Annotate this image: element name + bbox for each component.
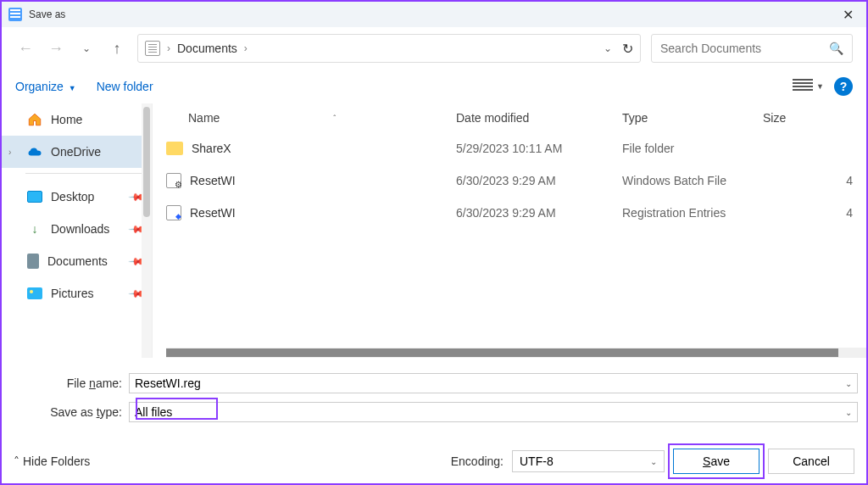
nav-bar: ← → ⌄ ↑ › Documents › ⌄ ↻ 🔍 [2, 27, 866, 70]
sidebar-label: Desktop [51, 190, 94, 203]
address-bar[interactable]: › Documents › ⌄ ↻ [137, 34, 641, 63]
saveastype-value: All files [135, 405, 172, 419]
close-button[interactable]: ✕ [836, 3, 860, 26]
chevron-right-icon: › [167, 42, 170, 54]
documents-icon [27, 254, 39, 269]
encoding-dropdown[interactable]: UTF-8 ⌄ [512, 450, 665, 472]
sidebar-item-downloads[interactable]: ↓ Downloads 📌 [2, 213, 152, 245]
filename-label: File name: [10, 376, 129, 390]
sidebar-label: Home [51, 113, 82, 126]
refresh-icon[interactable]: ↻ [622, 41, 633, 57]
sidebar-item-onedrive[interactable]: › OneDrive [2, 136, 152, 168]
sidebar-label: Documents [47, 254, 108, 268]
sidebar: Home › OneDrive Desktop 📌 ↓ Downloads 📌 … [2, 103, 153, 358]
sidebar-scrollbar[interactable] [142, 103, 152, 358]
sidebar-divider [25, 173, 142, 174]
folder-icon [166, 142, 183, 155]
titlebar: Save as ✕ [2, 2, 866, 27]
cloud-icon [27, 144, 42, 159]
column-header-size[interactable]: Size [763, 111, 860, 125]
file-date: 6/30/2023 9:29 AM [456, 206, 622, 220]
chevron-right-icon: › [244, 42, 248, 54]
file-row[interactable]: ResetWI6/30/2023 9:29 AMRegistration Ent… [153, 197, 866, 229]
organize-button[interactable]: Organize ▼ [15, 80, 76, 93]
file-type: File folder [622, 142, 763, 155]
addr-dropdown-icon[interactable]: ⌄ [604, 42, 612, 54]
encoding-value: UTF-8 [520, 454, 554, 468]
sidebar-label: OneDrive [51, 145, 101, 159]
file-name: ResetWI [190, 206, 236, 220]
file-date: 5/29/2023 10:11 AM [456, 142, 622, 155]
sidebar-item-desktop[interactable]: Desktop 📌 [2, 181, 152, 213]
desktop-icon [27, 191, 42, 203]
file-size: 4 [763, 174, 860, 187]
sort-indicator-icon: ˆ [333, 114, 336, 122]
file-name: ShareX [192, 142, 231, 155]
column-header-date[interactable]: Date modified [456, 111, 622, 125]
documents-folder-icon [145, 41, 160, 56]
bat-icon [166, 173, 181, 188]
column-header-type[interactable]: Type [622, 111, 763, 125]
file-row[interactable]: ResetWI6/30/2023 9:29 AMWindows Batch Fi… [153, 164, 866, 197]
sidebar-item-pictures[interactable]: Pictures 📌 [2, 277, 152, 309]
sidebar-label: Downloads [51, 222, 109, 236]
list-view-icon [793, 79, 813, 94]
filename-input[interactable]: ResetWI.reg ⌄ [129, 373, 858, 393]
recent-dropdown[interactable]: ⌄ [76, 38, 97, 59]
cancel-button[interactable]: Cancel [768, 449, 854, 474]
file-name: ResetWI [190, 174, 236, 187]
new-folder-button[interactable]: New folder [97, 80, 153, 93]
file-list-pane: Nameˆ Date modified Type Size ShareX5/29… [153, 103, 866, 358]
notepad-icon [8, 8, 22, 21]
sidebar-label: Pictures [51, 287, 94, 300]
scrollbar-thumb[interactable] [166, 348, 838, 357]
pictures-icon [27, 287, 42, 299]
saveastype-dropdown[interactable]: All files ⌄ [129, 402, 858, 422]
file-type: Windows Batch File [622, 174, 763, 187]
hide-folders-button[interactable]: ˄Hide Folders [14, 454, 90, 468]
chevron-right-icon: › [8, 148, 11, 157]
search-box[interactable]: 🔍 [651, 34, 853, 63]
help-icon[interactable]: ? [834, 77, 853, 96]
breadcrumb-documents[interactable]: Documents [177, 42, 237, 55]
bottom-bar: ˄Hide Folders Encoding: UTF-8 ⌄ Save Can… [2, 439, 866, 483]
saveastype-label: Save as type: [10, 405, 129, 419]
search-input[interactable] [660, 42, 829, 55]
horizontal-scrollbar[interactable] [166, 348, 866, 358]
save-button[interactable]: Save [673, 449, 760, 474]
search-icon[interactable]: 🔍 [829, 42, 843, 55]
dropdown-caret-icon[interactable]: ⌄ [845, 379, 852, 388]
download-icon: ↓ [27, 221, 42, 237]
chevron-up-icon: ˄ [14, 454, 19, 468]
input-area: File name: ResetWI.reg ⌄ Save as type: A… [2, 358, 866, 432]
home-icon [27, 112, 42, 127]
filename-value: ResetWI.reg [135, 376, 201, 390]
window-title: Save as [29, 8, 836, 20]
dropdown-caret-icon[interactable]: ⌄ [845, 408, 852, 417]
reg-icon [166, 205, 181, 220]
back-button[interactable]: ← [15, 38, 36, 59]
up-button[interactable]: ↑ [107, 38, 127, 59]
sidebar-item-documents[interactable]: Documents 📌 [2, 245, 152, 277]
file-row[interactable]: ShareX5/29/2023 10:11 AMFile folder [153, 132, 866, 164]
file-type: Registration Entries [622, 206, 763, 220]
scrollbar-thumb[interactable] [143, 107, 150, 217]
forward-button[interactable]: → [46, 38, 66, 59]
column-header-name[interactable]: Nameˆ [159, 111, 456, 125]
file-size: 4 [763, 206, 860, 220]
sidebar-item-home[interactable]: Home [2, 103, 152, 136]
toolbar: Organize ▼ New folder ▼ ? [2, 70, 866, 103]
file-date: 6/30/2023 9:29 AM [456, 174, 622, 187]
encoding-label: Encoding: [451, 454, 504, 468]
column-headers: Nameˆ Date modified Type Size [153, 103, 866, 132]
view-button[interactable]: ▼ [793, 79, 824, 94]
dropdown-caret-icon[interactable]: ⌄ [650, 457, 657, 466]
